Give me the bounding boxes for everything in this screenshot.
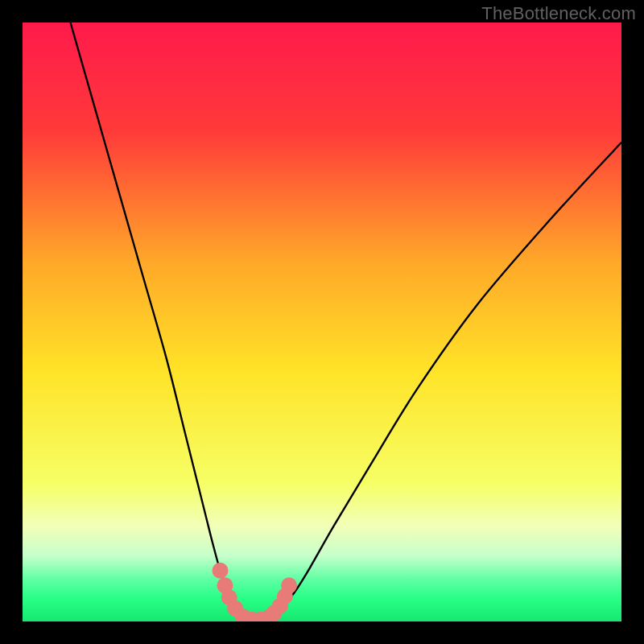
watermark-text: TheBottleneck.com — [481, 3, 636, 24]
chart-frame — [23, 23, 621, 621]
valley-dot — [213, 563, 229, 579]
gradient-background — [23, 23, 621, 621]
bottleneck-chart — [23, 23, 621, 621]
valley-dot — [281, 577, 297, 593]
